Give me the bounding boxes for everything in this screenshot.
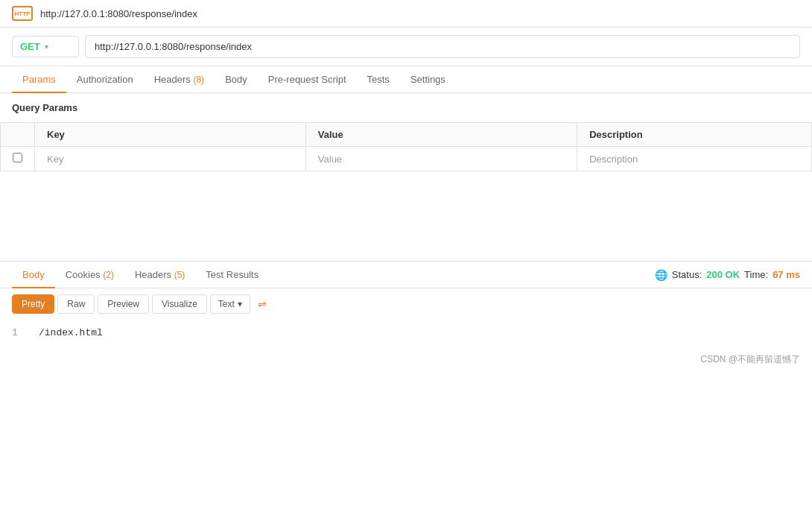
response-headers-badge: (5) [174, 270, 185, 280]
text-dropdown-label: Text [218, 299, 235, 309]
headers-badge: (8) [193, 75, 204, 85]
value-header: Value [305, 123, 577, 147]
text-dropdown-chevron: ▾ [238, 299, 242, 309]
value-cell[interactable]: Value [305, 147, 577, 171]
text-dropdown[interactable]: Text ▾ [210, 294, 250, 314]
response-tab-cookies[interactable]: Cookies (2) [55, 262, 124, 288]
title-url: http://127.0.0.1:8080/response/index [40, 8, 197, 19]
tab-headers[interactable]: Headers (8) [144, 66, 215, 92]
http-icon: HTTP [12, 6, 33, 21]
checkbox-header [1, 123, 35, 147]
tab-settings[interactable]: Settings [400, 66, 456, 92]
tab-pre-request[interactable]: Pre-request Script [258, 66, 357, 92]
tab-authorization[interactable]: Authorization [66, 66, 144, 92]
response-status-bar: 🌐 Status: 200 OK Time: 67 ms [655, 269, 800, 281]
tab-tests[interactable]: Tests [357, 66, 400, 92]
line-number: 1 [12, 327, 27, 338]
time-label: Time: [744, 269, 768, 280]
status-value: 200 OK [706, 269, 740, 280]
url-input[interactable] [85, 35, 800, 58]
key-header: Key [35, 123, 306, 147]
visualize-button[interactable]: Visualize [152, 294, 207, 314]
query-params-title: Query Params [0, 93, 812, 122]
response-tab-headers[interactable]: Headers (5) [124, 262, 195, 288]
preview-button[interactable]: Preview [98, 294, 149, 314]
description-cell[interactable]: Description [577, 147, 812, 171]
status-label: Status: [672, 269, 702, 280]
method-label: GET [20, 41, 40, 52]
response-section: Body Cookies (2) Headers (5) Test Result… [0, 261, 812, 346]
raw-button[interactable]: Raw [57, 294, 95, 314]
code-area: 1 /index.html [0, 320, 812, 346]
description-header: Description [577, 123, 812, 147]
wrap-icon[interactable]: ⇌ [258, 298, 267, 310]
response-tabs-bar: Body Cookies (2) Headers (5) Test Result… [0, 262, 812, 288]
row-checkbox[interactable] [1, 147, 35, 171]
request-tabs: Params Authorization Headers (8) Body Pr… [0, 66, 812, 93]
pretty-button[interactable]: Pretty [12, 294, 54, 314]
response-tab-test-results[interactable]: Test Results [195, 262, 269, 288]
table-row: Key Value Description [1, 147, 812, 171]
url-bar: GET ▾ [0, 28, 812, 66]
row-checkbox-input[interactable] [13, 153, 22, 162]
tab-params[interactable]: Params [12, 66, 66, 92]
watermark: CSDN @不能再留遗憾了 [0, 346, 812, 373]
method-chevron-icon: ▾ [45, 42, 48, 51]
code-content: /index.html [39, 327, 103, 338]
time-value: 67 ms [773, 269, 800, 280]
response-tab-body[interactable]: Body [12, 262, 55, 288]
cookies-badge: (2) [103, 270, 114, 280]
divider-area [0, 171, 812, 261]
tab-body[interactable]: Body [215, 66, 258, 92]
key-cell[interactable]: Key [35, 147, 306, 171]
title-bar: HTTP http://127.0.0.1:8080/response/inde… [0, 0, 812, 28]
method-dropdown[interactable]: GET ▾ [12, 36, 79, 57]
params-table: Key Value Description Key Value Descript… [0, 122, 812, 171]
format-bar: Pretty Raw Preview Visualize Text ▾ ⇌ [0, 288, 812, 320]
globe-icon: 🌐 [655, 269, 667, 281]
